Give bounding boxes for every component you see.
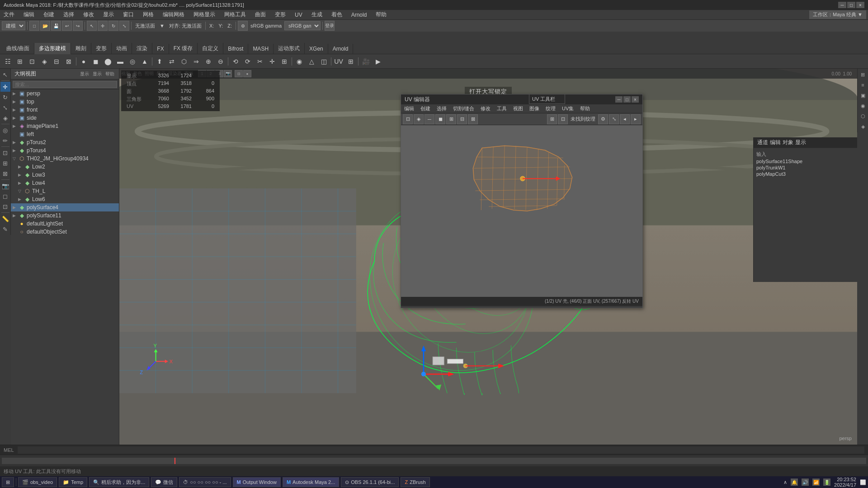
- tab-render[interactable]: 渲染: [132, 43, 152, 54]
- attr-edit-btn[interactable]: 编辑: [770, 139, 781, 146]
- tab-curves-surfaces[interactable]: 曲线/曲面: [2, 43, 34, 54]
- tab-bifrost[interactable]: Bifrost: [223, 44, 248, 54]
- icon-smooth[interactable]: ◉: [293, 56, 305, 67]
- tab-xgen[interactable]: XGen: [305, 44, 328, 54]
- uv-tb-select-uv[interactable]: ◈: [414, 114, 424, 124]
- uv-tb-right[interactable]: ▸: [631, 114, 641, 124]
- icon-bridge[interactable]: ⇄: [166, 56, 178, 67]
- icon-select-hierarchy[interactable]: ⊞: [14, 56, 26, 67]
- uv-tb-select-face[interactable]: ◼: [435, 114, 445, 124]
- uv-menu-select[interactable]: 选择: [435, 105, 448, 113]
- taskbar-maya[interactable]: M Autodesk Maya 2...: [283, 477, 339, 487]
- tool-paint[interactable]: ✏: [0, 136, 10, 145]
- menu-display[interactable]: 显示: [101, 10, 116, 19]
- module-selector[interactable]: 建模: [2, 21, 25, 30]
- tab-motion[interactable]: 运动形式: [274, 43, 305, 54]
- tb-new[interactable]: □: [29, 21, 39, 31]
- icon-uv-editor[interactable]: UV: [333, 56, 344, 67]
- tb-scale[interactable]: ⤡: [119, 21, 129, 31]
- icon-poly-plane[interactable]: ▬: [114, 56, 126, 67]
- attr-object-btn[interactable]: 对象: [783, 139, 793, 146]
- tree-item-polysurface11[interactable]: ▶ ◆ polySurface11: [11, 211, 119, 220]
- tree-item-left[interactable]: ▣ left: [11, 130, 119, 138]
- uv-minimize-btn[interactable]: ─: [615, 96, 623, 103]
- icon-select-all[interactable]: ☷: [2, 56, 14, 67]
- tool-annotate[interactable]: ✎: [0, 224, 10, 234]
- icon-triangulate[interactable]: △: [306, 56, 317, 67]
- icon-loop-select[interactable]: ⟲: [230, 56, 241, 67]
- uv-tb-collapse[interactable]: ◂: [620, 114, 630, 124]
- tool-measure[interactable]: 📏: [0, 214, 10, 224]
- tb-move[interactable]: ✛: [98, 21, 108, 31]
- menu-select[interactable]: 选择: [61, 10, 76, 19]
- icon-extrude[interactable]: ⬆: [154, 56, 165, 67]
- icon-edge-loop[interactable]: ⟳: [242, 56, 254, 67]
- uv-menu-texture[interactable]: 纹理: [544, 105, 557, 113]
- tb-redo[interactable]: ↪: [73, 21, 83, 31]
- menu-modify[interactable]: 修改: [81, 10, 96, 19]
- tool-history[interactable]: ⊡: [0, 202, 10, 211]
- rt-btn-1[interactable]: ⊞: [858, 70, 868, 80]
- menu-help[interactable]: 帮助: [374, 10, 388, 19]
- tree-item-polysurface4[interactable]: ▶ ◆ polySurface4: [11, 203, 119, 211]
- uv-tb-checker[interactable]: ⊠: [468, 114, 478, 124]
- uv-tb-grid[interactable]: ⊞: [547, 114, 557, 124]
- tree-item-side[interactable]: ▶ ▣ side: [11, 114, 119, 122]
- tool-universal[interactable]: ◈: [0, 113, 10, 123]
- icon-render-frame[interactable]: 🎥: [360, 56, 372, 67]
- taskbar-obs-video[interactable]: 🎬 obs_video: [18, 477, 57, 487]
- tool-snap-curve[interactable]: ⊠: [0, 169, 10, 178]
- outliner-display-btn[interactable]: 显示: [79, 71, 90, 77]
- icon-separate[interactable]: ⊖: [215, 56, 226, 67]
- rt-btn-5[interactable]: ⬡: [858, 111, 868, 121]
- tab-deform[interactable]: 变形: [91, 43, 112, 54]
- menu-mesh-tools[interactable]: 网格工具: [222, 10, 248, 19]
- taskbar-search[interactable]: 🔍 稍后求助，因为非...: [89, 477, 149, 487]
- taskbar-obs[interactable]: ⊙ OBS 26.1.1 (64-bi...: [341, 477, 399, 487]
- tree-item-low6[interactable]: ▶ ◆ Low6: [11, 195, 119, 203]
- icon-multi-cut[interactable]: ⊞: [278, 56, 290, 67]
- icon-select-component[interactable]: ⊡: [26, 56, 38, 67]
- tree-item-low2[interactable]: ▶ ◆ Low2: [11, 163, 119, 171]
- tab-fx-cache[interactable]: FX 缓存: [169, 43, 198, 54]
- tb-login[interactable]: 登录: [325, 21, 335, 31]
- tool-select[interactable]: ↖: [0, 70, 10, 80]
- tree-item-imageplane1[interactable]: ▶ ◈ imagePlane1: [11, 122, 119, 130]
- tree-item-defaultobjectset[interactable]: ○ defaultObjectSet: [11, 228, 119, 236]
- tree-item-defaultlightset[interactable]: ● defaultLightSet: [11, 220, 119, 228]
- shade-smooth[interactable]: ●: [243, 70, 251, 77]
- uv-menu-help[interactable]: 帮助: [579, 105, 591, 113]
- minimize-button[interactable]: ─: [838, 2, 846, 8]
- uv-menu-cut[interactable]: 切割/缝合: [452, 105, 476, 113]
- menu-shade[interactable]: 着色: [330, 10, 344, 19]
- menu-surface[interactable]: 曲面: [253, 10, 268, 19]
- icon-bevel[interactable]: ⬡: [178, 56, 190, 67]
- tree-item-th-l[interactable]: ▽ ⬡ TH_L: [11, 187, 119, 195]
- tab-custom[interactable]: 自定义: [198, 43, 223, 54]
- menu-window[interactable]: 窗口: [121, 10, 136, 19]
- icon-poly-cone[interactable]: ▲: [139, 56, 151, 67]
- icon-ipr-render[interactable]: ▶: [372, 56, 384, 67]
- attr-display-btn[interactable]: 显示: [795, 139, 806, 146]
- rt-btn-2[interactable]: ≡: [858, 80, 868, 90]
- uv-menu-view[interactable]: 视图: [512, 105, 524, 113]
- tb-open[interactable]: 📂: [40, 21, 50, 31]
- uv-canvas[interactable]: [401, 125, 642, 297]
- menu-arnold[interactable]: Arnold: [349, 11, 369, 19]
- taskbar-output-window[interactable]: M Output Window: [233, 477, 281, 487]
- tree-item-ptorus4[interactable]: ▶ ◆ pTorus4: [11, 146, 119, 155]
- tab-animation[interactable]: 动画: [112, 43, 132, 54]
- color-profile-selector[interactable]: sRGB gamma: [284, 21, 321, 30]
- tab-poly-modeling[interactable]: 多边形建模: [34, 43, 71, 54]
- menu-generate[interactable]: 生成: [310, 10, 324, 19]
- tray-expand[interactable]: ∧: [783, 479, 787, 485]
- attr-channel-btn[interactable]: 通道: [757, 139, 768, 146]
- icon-cut[interactable]: ✂: [254, 56, 266, 67]
- taskbar-temp[interactable]: 📁 Temp: [59, 477, 87, 487]
- menu-mesh[interactable]: 网格: [141, 10, 156, 19]
- icon-quadrangulate[interactable]: ◫: [318, 56, 330, 67]
- start-button[interactable]: ⊞: [2, 477, 14, 487]
- display-cam[interactable]: 📷: [224, 70, 232, 77]
- tool-camera[interactable]: 📷: [0, 181, 10, 191]
- tool-move[interactable]: ✛: [0, 82, 10, 92]
